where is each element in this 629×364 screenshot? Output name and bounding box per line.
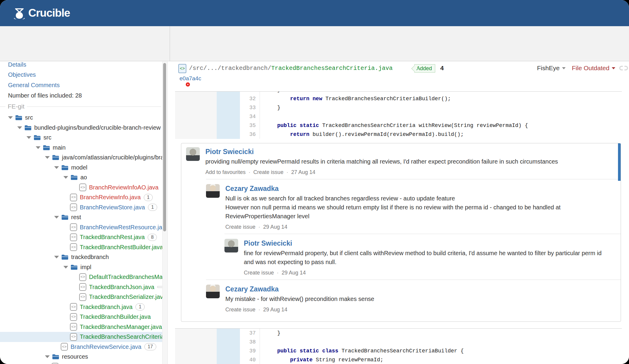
line-number[interactable]: 39 bbox=[240, 346, 260, 355]
file-outdated-caret bbox=[612, 67, 615, 69]
comment-gutter[interactable] bbox=[175, 338, 217, 346]
tree-folder-model[interactable]: model bbox=[0, 163, 162, 173]
sidebar-link-general-comments[interactable]: General Comments bbox=[0, 80, 167, 90]
tree-folder-impl[interactable]: impl bbox=[0, 262, 162, 272]
comment-author-link[interactable]: Piotr Swiecicki bbox=[205, 147, 254, 156]
tree-folder-label: ao bbox=[80, 174, 87, 181]
code-file-icon: <> bbox=[79, 183, 86, 191]
folder-icon bbox=[52, 354, 59, 360]
tree-file-TrackedBranchBuilder.java[interactable]: <>TrackedBranchBuilder.java bbox=[0, 312, 162, 322]
file-outdated-dropdown[interactable]: File Outdated bbox=[572, 65, 615, 72]
tree-file-TrackedBranchRestBuilder.java[interactable]: <>TrackedBranchRestBuilder.java bbox=[0, 242, 162, 252]
line-number[interactable]: 35 bbox=[240, 121, 260, 130]
code-text: return builder().reviewPermaId(reviewPer… bbox=[264, 130, 464, 139]
tree-file-BranchReviewRestResource.java[interactable]: <>BranchReviewRestResource.java bbox=[0, 222, 162, 233]
tree-file-label: TrackedBranchRest.java bbox=[80, 234, 145, 241]
comment-gutter[interactable] bbox=[175, 130, 217, 139]
fisheye-dropdown[interactable]: FishEye bbox=[537, 65, 566, 72]
comment-gutter[interactable] bbox=[175, 112, 217, 121]
tree-folder-src[interactable]: src bbox=[0, 113, 162, 123]
tree-expand-arrow-icon[interactable] bbox=[63, 176, 68, 179]
sidebar: DetailsObjectivesGeneral CommentsNumber … bbox=[0, 62, 167, 364]
comment-action-add-to-favourites[interactable]: Add to favourites bbox=[205, 169, 246, 175]
tree-folder-src[interactable]: src bbox=[0, 133, 162, 143]
tree-file-label: BranchReviewService.java bbox=[71, 343, 141, 350]
code-line-37: 37 } bbox=[175, 329, 622, 338]
comment-action-create-issue[interactable]: Create issue bbox=[225, 307, 255, 313]
comment-text: Null is ok as we search for all tracked … bbox=[225, 194, 621, 221]
sidebar-link-objectives[interactable]: Objectives bbox=[0, 70, 167, 80]
line-number[interactable]: 34 bbox=[240, 112, 260, 121]
tree-file-label: TrackedBranchJson.java bbox=[89, 284, 154, 291]
comment-action-create-issue[interactable]: Create issue bbox=[253, 169, 283, 175]
comment-body: Cezary ZawadkaNull is ok as we search fo… bbox=[225, 184, 621, 230]
permalink-icon[interactable] bbox=[619, 65, 628, 71]
comment-author-link[interactable]: Piotr Swiecicki bbox=[244, 239, 292, 248]
line-number[interactable]: 38 bbox=[240, 338, 260, 346]
tree-file-BranchReviewInfo.java[interactable]: <>BranchReviewInfo.java1 bbox=[0, 192, 162, 203]
tree-expand-arrow-icon[interactable] bbox=[45, 355, 50, 358]
sidebar-scrollbar[interactable] bbox=[162, 62, 166, 364]
tree-folder-ao[interactable]: ao bbox=[0, 172, 162, 183]
tree-file-BranchReviewService.java[interactable]: <>BranchReviewService.java17 bbox=[0, 342, 162, 352]
tree-expand-arrow-icon[interactable] bbox=[63, 266, 68, 269]
comment-author-link[interactable]: Cezary Zawadka bbox=[225, 184, 279, 193]
tree-file-label: TrackedBranchesManager.java bbox=[80, 324, 162, 330]
tree-file-TrackedBranch.java[interactable]: <>TrackedBranch.java1 bbox=[0, 302, 162, 312]
comment-gutter[interactable] bbox=[175, 346, 217, 355]
tree-expand-arrow-icon[interactable] bbox=[54, 216, 59, 219]
tree-folder-main[interactable]: main bbox=[0, 143, 162, 153]
comment-gutter[interactable] bbox=[175, 121, 217, 130]
tree-file-BranchReviewStore.java[interactable]: <>BranchReviewStore.java1 bbox=[0, 203, 162, 213]
sidebar-links: DetailsObjectivesGeneral CommentsNumber … bbox=[0, 62, 167, 101]
tree-expand-arrow-icon[interactable] bbox=[17, 126, 22, 129]
code-file-icon: <> bbox=[70, 333, 77, 341]
tree-file-TrackedBranchSerializer.java[interactable]: <>TrackedBranchSerializer.java bbox=[0, 292, 162, 302]
tree-file-label: BranchReviewRestResource.java bbox=[80, 224, 162, 231]
tree-folder-resources[interactable]: resources bbox=[0, 352, 162, 362]
crucible-logo[interactable]: Crucible bbox=[13, 7, 70, 20]
line-number[interactable]: 37 bbox=[240, 329, 260, 338]
sidebar-link-details[interactable]: Details bbox=[0, 62, 167, 70]
tree-folder-rest[interactable]: rest bbox=[0, 212, 162, 222]
line-number[interactable]: 32 bbox=[240, 94, 260, 103]
folder-icon bbox=[52, 155, 59, 160]
tree-file-DefaultTrackedBranchesManager.java[interactable]: <>DefaultTrackedBranchesManager.java bbox=[0, 272, 162, 282]
line-number[interactable]: 33 bbox=[240, 103, 260, 112]
avatar bbox=[206, 285, 220, 298]
comment-author-link[interactable]: Cezary Zawadka bbox=[225, 285, 279, 294]
comment-date: 29 Aug 14 bbox=[263, 224, 287, 230]
comment-action-create-issue[interactable]: Create issue bbox=[244, 270, 274, 276]
tree-file-BranchReviewInfoAO.java[interactable]: <>BranchReviewInfoAO.java bbox=[0, 183, 162, 193]
comment-gutter[interactable] bbox=[175, 329, 217, 338]
code-file-icon: <> bbox=[51, 363, 59, 364]
tree-file-label: DefaultTrackedBranchesManager.java bbox=[89, 274, 162, 280]
tree-expand-arrow-icon[interactable] bbox=[26, 136, 31, 139]
tree-folder-label: rest bbox=[71, 214, 81, 221]
annotation-circle bbox=[186, 82, 190, 87]
tree-file-TrackedBranchesSearchCriteria.java[interactable]: <>TrackedBranchesSearchCriteria.java bbox=[0, 332, 162, 342]
tree-expand-arrow-icon[interactable] bbox=[36, 146, 40, 149]
comment-gutter[interactable] bbox=[175, 94, 217, 103]
tree-expand-arrow-icon[interactable] bbox=[8, 116, 13, 119]
comment-gutter[interactable] bbox=[175, 92, 217, 94]
tree-file-TrackedBranchRest.java[interactable]: <>TrackedBranchRest.java8 bbox=[0, 232, 162, 242]
revision-link[interactable]: e0a7a4c bbox=[180, 75, 201, 82]
tree-expand-arrow-icon[interactable] bbox=[45, 156, 50, 159]
comment-gutter[interactable] bbox=[175, 355, 217, 364]
tree-expand-arrow-icon[interactable] bbox=[54, 256, 59, 258]
tree-file-cut-item[interactable]: <> bbox=[0, 362, 162, 364]
code-panel-top: } );32 return new TrackedBranchesSearchC… bbox=[175, 91, 622, 139]
tree-folder-java/com/atlassian/crucible/plugins/branchreview[interactable]: java/com/atlassian/crucible/plugins/bran… bbox=[0, 153, 162, 163]
line-number[interactable]: 40 bbox=[240, 355, 260, 364]
tree-file-TrackedBranchJson.java[interactable]: <>TrackedBranchJson.java bbox=[0, 282, 162, 292]
code-file-icon: <> bbox=[70, 303, 77, 311]
tree-file-TrackedBranchesManager.java[interactable]: <>TrackedBranchesManager.java bbox=[0, 322, 162, 332]
comment-gutter[interactable] bbox=[175, 103, 217, 112]
sidebar-scrollbar-thumb[interactable] bbox=[163, 63, 166, 231]
comment-action-create-issue[interactable]: Create issue bbox=[225, 224, 255, 230]
line-number[interactable]: 36 bbox=[240, 130, 260, 139]
tree-expand-arrow-icon[interactable] bbox=[54, 166, 59, 169]
tree-folder-trackedbranch[interactable]: trackedbranch bbox=[0, 252, 162, 262]
tree-folder-bundled-plugins/bundled/crucible-branch-review[interactable]: bundled-plugins/bundled/crucible-branch-… bbox=[0, 123, 162, 133]
